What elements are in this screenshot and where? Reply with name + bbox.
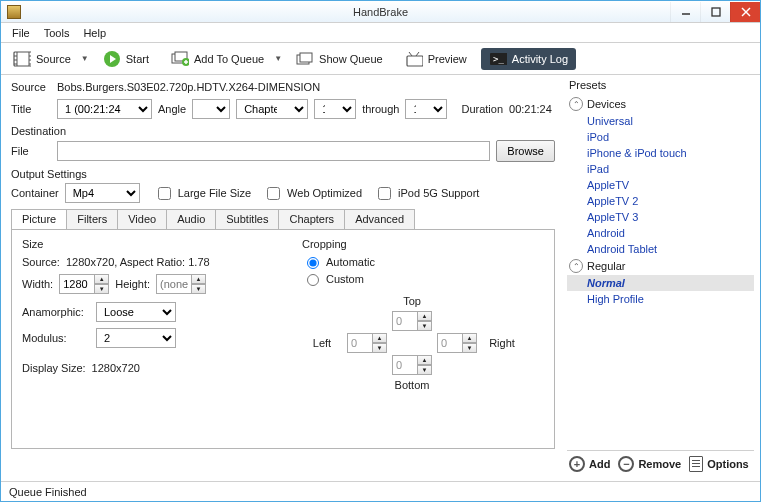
spin-down-icon[interactable]: ▼ (192, 284, 206, 294)
minus-icon: − (618, 456, 634, 472)
preset-add-button[interactable]: + Add (569, 456, 610, 472)
crop-left-input[interactable]: ▲▼ (347, 333, 387, 353)
angle-select[interactable]: 1 (192, 99, 230, 119)
main-panel: Source Bobs.Burgers.S03E02.720p.HDTV.X26… (1, 75, 565, 481)
picture-source-value: 1280x720, Aspect Ratio: 1.78 (66, 256, 210, 268)
anamorphic-label: Anamorphic: (22, 306, 90, 318)
preset-options-button[interactable]: Options (689, 456, 749, 472)
preset-group-regular[interactable]: ⌃ Regular (567, 257, 754, 275)
show-queue-label: Show Queue (319, 53, 383, 65)
menu-tools[interactable]: Tools (37, 25, 77, 41)
settings-tabs: Picture Filters Video Audio Subtitles Ch… (11, 209, 555, 229)
presets-toolbar: + Add − Remove Options (567, 450, 754, 477)
title-select[interactable]: 1 (00:21:24) (57, 99, 152, 119)
preset-item[interactable]: Normal (567, 275, 754, 291)
destination-heading: Destination (11, 125, 555, 137)
preview-button[interactable]: Preview (397, 48, 475, 70)
crop-right-input[interactable]: ▲▼ (437, 333, 477, 353)
svg-rect-21 (300, 53, 312, 62)
tab-video[interactable]: Video (117, 209, 167, 229)
show-queue-button[interactable]: Show Queue (288, 48, 391, 70)
preset-item[interactable]: AppleTV (567, 177, 754, 193)
terminal-icon: >_ (489, 51, 507, 67)
cropping-custom-radio[interactable]: Custom (302, 271, 544, 286)
add-to-queue-dropdown-icon[interactable]: ▼ (274, 54, 282, 63)
title-bar: HandBrake (1, 1, 760, 23)
add-to-queue-label: Add To Queue (194, 53, 264, 65)
range-type-select[interactable]: Chapters (236, 99, 308, 119)
toolbar: Source ▼ Start Add To Queue ▼ Show Queue… (1, 43, 760, 75)
menu-help[interactable]: Help (76, 25, 113, 41)
preset-remove-button[interactable]: − Remove (618, 456, 681, 472)
crop-bottom-input[interactable]: ▲▼ (392, 355, 432, 375)
preview-label: Preview (428, 53, 467, 65)
menu-bar: File Tools Help (1, 23, 760, 43)
display-size-value: 1280x720 (92, 362, 140, 374)
activity-log-label: Activity Log (512, 53, 568, 65)
activity-log-button[interactable]: >_ Activity Log (481, 48, 576, 70)
web-optimized-checkbox[interactable]: Web Optimized (263, 184, 362, 203)
angle-label: Angle (158, 103, 186, 115)
anamorphic-select[interactable]: Loose (96, 302, 176, 322)
tab-advanced[interactable]: Advanced (344, 209, 415, 229)
tab-picture[interactable]: Picture (11, 209, 67, 229)
crop-bottom-label: Bottom (395, 379, 430, 391)
preset-item[interactable]: AppleTV 3 (567, 209, 754, 225)
tab-chapters[interactable]: Chapters (278, 209, 345, 229)
container-select[interactable]: Mp4 (65, 183, 140, 203)
browse-button[interactable]: Browse (496, 140, 555, 162)
spin-up-icon[interactable]: ▲ (95, 274, 109, 284)
film-icon (13, 51, 31, 67)
crop-right-label: Right (489, 337, 515, 349)
preset-item[interactable]: High Profile (567, 291, 754, 307)
preset-item[interactable]: Android (567, 225, 754, 241)
start-button[interactable]: Start (95, 48, 157, 70)
destination-file-input[interactable] (57, 141, 490, 161)
cropping-heading: Cropping (302, 238, 544, 250)
source-button-label: Source (36, 53, 71, 65)
spin-up-icon[interactable]: ▲ (192, 274, 206, 284)
modulus-select[interactable]: 2 (96, 328, 176, 348)
width-label: Width: (22, 278, 53, 290)
duration-value: 00:21:24 (509, 103, 552, 115)
tab-subtitles[interactable]: Subtitles (215, 209, 279, 229)
large-file-checkbox[interactable]: Large File Size (154, 184, 251, 203)
preset-item[interactable]: iPad (567, 161, 754, 177)
svg-rect-22 (407, 56, 423, 66)
tab-filters[interactable]: Filters (66, 209, 118, 229)
height-label: Height: (115, 278, 150, 290)
source-filename: Bobs.Burgers.S03E02.720p.HDTV.X264-DIMEN… (57, 81, 320, 93)
spin-down-icon[interactable]: ▼ (95, 284, 109, 294)
source-button[interactable]: Source (5, 48, 79, 70)
crop-top-label: Top (403, 295, 421, 307)
start-button-label: Start (126, 53, 149, 65)
source-dropdown-icon[interactable]: ▼ (81, 54, 89, 63)
add-to-queue-button[interactable]: Add To Queue (163, 48, 272, 70)
preset-item[interactable]: AppleTV 2 (567, 193, 754, 209)
tab-audio[interactable]: Audio (166, 209, 216, 229)
menu-file[interactable]: File (5, 25, 37, 41)
height-input[interactable]: ▲▼ (156, 274, 206, 294)
plus-icon: + (569, 456, 585, 472)
preset-item[interactable]: Universal (567, 113, 754, 129)
preset-item[interactable]: Android Tablet (567, 241, 754, 257)
add-queue-icon (171, 51, 189, 67)
output-heading: Output Settings (11, 168, 555, 180)
preset-item[interactable]: iPod (567, 129, 754, 145)
ipod-5g-checkbox[interactable]: iPod 5G Support (374, 184, 479, 203)
preset-group-devices[interactable]: ⌃ Devices (567, 95, 754, 113)
picture-source-label: Source: (22, 256, 60, 268)
width-input[interactable]: ▲▼ (59, 274, 109, 294)
range-to-select[interactable]: 1 (405, 99, 447, 119)
crop-left-label: Left (313, 337, 331, 349)
presets-panel: Presets ⌃ Devices UniversaliPodiPhone & … (565, 75, 760, 481)
modulus-label: Modulus: (22, 332, 90, 344)
play-icon (103, 51, 121, 67)
title-label: Title (11, 103, 51, 115)
range-from-select[interactable]: 1 (314, 99, 356, 119)
window-title: HandBrake (1, 6, 760, 18)
crop-top-input[interactable]: ▲▼ (392, 311, 432, 331)
preset-item[interactable]: iPhone & iPod touch (567, 145, 754, 161)
cropping-automatic-radio[interactable]: Automatic (302, 254, 544, 269)
display-size-label: Display Size: (22, 362, 86, 374)
